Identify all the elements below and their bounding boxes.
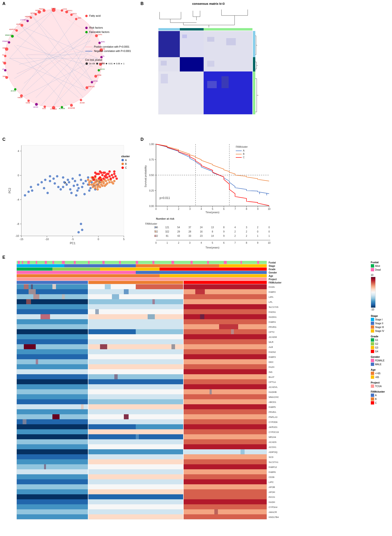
svg-rect-470 [17, 294, 88, 299]
svg-rect-627 [81, 404, 84, 409]
svg-rect-620 [152, 299, 155, 304]
svg-rect-449 [17, 271, 136, 274]
svg-text:ACOX1: ACOX1 [269, 446, 276, 448]
panel-b: B consensus matrix k=3 [138, 0, 269, 133]
svg-rect-160 [207, 37, 214, 42]
svg-rect-422 [18, 261, 20, 264]
heatmap-legend-area: Fustat Alive Dead 10 -10 Stage Stage I [371, 261, 385, 405]
svg-rect-536 [17, 389, 88, 394]
svg-rect-580 [183, 454, 267, 459]
svg-point-282 [112, 182, 114, 185]
age-legend-title: Age [371, 368, 385, 371]
size-05: 0.05 [116, 62, 120, 65]
svg-rect-474 [112, 294, 119, 299]
svg-text:4: 4 [201, 208, 202, 210]
svg-rect-575 [17, 449, 88, 454]
svg-text:10: 10 [268, 242, 271, 244]
svg-text:Age: Age [269, 275, 273, 277]
svg-rect-516 [88, 354, 183, 359]
svg-text:ATOB: ATOB [97, 74, 101, 76]
svg-rect-454 [17, 281, 88, 284]
svg-rect-423 [22, 261, 23, 264]
svg-point-228 [52, 177, 55, 180]
svg-rect-611 [17, 509, 88, 514]
svg-text:INS: INS [269, 371, 272, 373]
svg-rect-578 [17, 454, 88, 459]
svg-text:0.50: 0.50 [149, 174, 154, 177]
svg-point-199 [71, 177, 74, 180]
svg-point-207 [70, 192, 73, 194]
size-001: 0.001 [99, 62, 105, 65]
svg-rect-471 [88, 294, 183, 299]
svg-text:LIPA: LIPA [269, 296, 274, 298]
svg-point-201 [87, 176, 89, 179]
svg-rect-520 [183, 359, 267, 364]
svg-point-283 [113, 180, 116, 182]
svg-rect-574 [183, 444, 267, 449]
svg-point-233 [40, 181, 43, 183]
svg-text:BAAT: BAAT [269, 376, 274, 378]
svg-point-299 [111, 174, 113, 176]
svg-text:7: 7 [234, 242, 236, 244]
svg-rect-564 [88, 429, 183, 434]
svg-rect-528 [88, 374, 183, 379]
svg-rect-447 [100, 268, 160, 271]
svg-point-212 [67, 179, 69, 181]
svg-text:PHYH: PHYH [269, 496, 275, 498]
consensus-title: consensus matrix k=3 [148, 2, 269, 5]
svg-point-231 [49, 175, 51, 177]
svg-rect-556 [17, 419, 88, 424]
svg-text:Stage: Stage [269, 265, 275, 267]
svg-rect-596 [17, 484, 88, 489]
svg-rect-460 [183, 284, 267, 289]
svg-point-277 [96, 188, 99, 191]
svg-point-61 [98, 69, 100, 71]
svg-rect-456 [183, 281, 267, 284]
svg-text:FADS2: FADS2 [269, 351, 276, 353]
svg-text:Grade: Grade [269, 268, 276, 271]
svg-point-266 [93, 182, 95, 185]
svg-point-224 [46, 192, 49, 194]
svg-point-319 [121, 163, 124, 165]
heatmap-svg: FASN FABP2 LIPA LPL SLC17A5 FADS1 HADHA … [5, 260, 314, 536]
svg-text:MLR: MLR [269, 341, 273, 343]
svg-text:14: 14 [211, 235, 214, 237]
svg-text:2: 2 [246, 230, 247, 233]
svg-rect-543 [88, 399, 183, 404]
svg-text:0: 0 [18, 174, 19, 177]
svg-text:16: 16 [200, 230, 203, 233]
svg-rect-629 [136, 434, 139, 439]
svg-rect-434 [152, 261, 154, 264]
svg-point-318 [121, 159, 124, 161]
svg-text:HADHB: HADHB [269, 391, 276, 393]
svg-text:FADS1: FADS1 [269, 311, 276, 313]
svg-text:9: 9 [223, 235, 225, 237]
svg-rect-530 [17, 379, 88, 384]
svg-text:HADH: HADH [269, 501, 275, 503]
svg-rect-451 [17, 274, 160, 277]
svg-point-260 [105, 180, 107, 182]
svg-rect-617 [31, 284, 33, 289]
svg-text:SLC27A1: SLC27A1 [269, 461, 278, 463]
svg-text:8: 8 [212, 230, 213, 233]
svg-rect-483 [88, 309, 183, 314]
svg-text:4: 4 [201, 242, 202, 244]
svg-rect-583 [183, 459, 267, 464]
age-gt65: >65 [375, 376, 379, 379]
svg-point-190 [76, 184, 79, 186]
svg-rect-141 [158, 28, 180, 30]
svg-rect-542 [17, 399, 88, 404]
svg-text:33: 33 [188, 235, 191, 237]
svg-rect-164 [207, 61, 214, 67]
svg-rect-616 [183, 514, 267, 519]
svg-text:9: 9 [223, 230, 225, 233]
svg-rect-500 [183, 329, 267, 334]
svg-text:p=0.011: p=0.011 [160, 196, 170, 200]
panel-a-label: A [2, 1, 5, 6]
svg-text:SCD: SCD [42, 108, 46, 109]
svg-rect-430 [88, 261, 90, 264]
svg-text:-5: -5 [71, 238, 74, 241]
svg-rect-490 [17, 319, 88, 324]
svg-point-312 [104, 172, 106, 174]
svg-text:AMACR: AMACR [269, 511, 277, 513]
